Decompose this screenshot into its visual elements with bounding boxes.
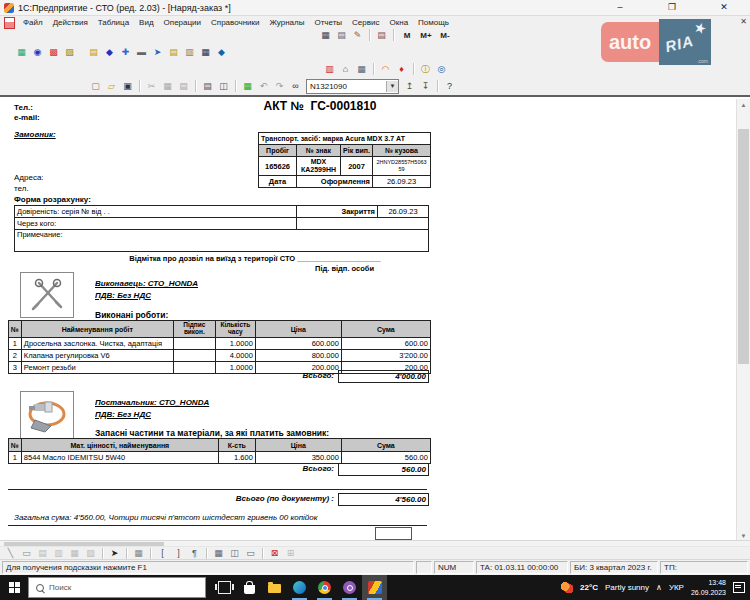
vehicle-issue-date[interactable]: 26.09.23 <box>373 176 431 188</box>
work-sign[interactable] <box>173 350 215 362</box>
edge-button[interactable] <box>287 575 312 600</box>
document-icon[interactable]: ▤ <box>166 46 181 59</box>
pin-icon[interactable]: ♦ <box>394 63 409 76</box>
document-number-combo[interactable]: N1321090 ▼ <box>306 79 399 94</box>
diamond-icon[interactable]: ◆ <box>102 46 117 59</box>
language-indicator[interactable]: УКР <box>669 583 684 592</box>
work-sum[interactable]: 3'200.00 <box>341 350 430 362</box>
store-button[interactable] <box>237 575 262 600</box>
paste-icon[interactable]: ▤ <box>176 80 191 93</box>
empty-cell[interactable] <box>297 218 429 230</box>
scroll-up-icon[interactable]: ▲ <box>737 99 750 111</box>
part-qty[interactable]: 1.600 <box>218 452 255 464</box>
table-mode-icon[interactable]: ▦ <box>240 80 255 93</box>
globe-icon[interactable]: ◉ <box>30 46 45 59</box>
viber-button[interactable] <box>337 575 362 600</box>
report-icon[interactable]: ▦ <box>14 46 29 59</box>
document-sheet[interactable]: Тел.: e-mail: АКТ № ГС-0001810 Замовник:… <box>0 97 733 542</box>
work-name[interactable]: Клапана регулировка V6 <box>21 350 173 362</box>
pen-icon[interactable]: ✎ <box>350 29 365 42</box>
task-view-button[interactable] <box>212 575 237 600</box>
folders-icon[interactable]: ▥ <box>182 46 197 59</box>
print-icon[interactable]: ▤ <box>200 80 215 93</box>
search-icon[interactable]: ◎ <box>434 63 449 76</box>
edit-table-icon[interactable]: ▨ <box>62 46 77 59</box>
part-price[interactable]: 350.000 <box>255 452 341 464</box>
through-label[interactable]: Через кого: <box>15 218 297 230</box>
footer-box[interactable] <box>375 527 412 540</box>
menu-item-file[interactable]: Файл <box>18 18 48 27</box>
find-icon[interactable]: ∞ <box>288 80 303 93</box>
menu-item-table[interactable]: Таблица <box>93 18 134 27</box>
work-sign[interactable] <box>173 338 215 350</box>
memory-plus-button[interactable]: М+ <box>417 29 435 42</box>
cut-icon[interactable]: ✂ <box>144 80 159 93</box>
menu-item-journals[interactable]: Журналы <box>264 18 309 27</box>
vehicle-mileage[interactable]: 165626 <box>259 157 297 176</box>
work-price[interactable]: 600.000 <box>255 338 341 350</box>
vehicle-plate[interactable]: MDX КА2599НН <box>297 157 341 176</box>
search-input[interactable]: Поиск <box>28 577 206 598</box>
work-sum[interactable]: 600.00 <box>341 338 430 350</box>
parts-total-value[interactable]: 560.00 <box>338 463 429 476</box>
temperature[interactable]: 22°C <box>580 583 598 592</box>
prev-number-icon[interactable]: ↧ <box>418 80 433 93</box>
weather-text[interactable]: Partly sunny <box>605 583 649 592</box>
chevron-down-icon[interactable]: ▼ <box>386 81 398 92</box>
works-total-value[interactable]: 4'000.00 <box>338 370 429 383</box>
calendar-icon[interactable]: ▤ <box>334 29 349 42</box>
book-icon[interactable]: ▤ <box>374 29 389 42</box>
notification-icon[interactable] <box>733 582 745 593</box>
onec-button[interactable] <box>362 575 387 600</box>
go-icon[interactable]: ➤ <box>150 46 165 59</box>
vertical-scrollbar[interactable]: ▲ ▼ <box>736 99 750 542</box>
chrome-button[interactable] <box>312 575 337 600</box>
menu-item-view[interactable]: Вид <box>134 18 158 27</box>
vehicle-body-number[interactable]: 2HNYD28557H506359 <box>373 157 431 176</box>
part-name[interactable]: 8544 Масло IDEMITSU 5W40 <box>21 452 218 464</box>
copy-icon[interactable]: ▦ <box>160 80 175 93</box>
work-name[interactable]: Дросельна заслонка. Чистка, адаптація <box>21 338 173 350</box>
chevron-up-icon[interactable]: ∧ <box>656 583 662 592</box>
monitor-icon[interactable]: ▥ <box>322 63 337 76</box>
calculator-icon[interactable]: ▦ <box>318 29 333 42</box>
minimize-button[interactable]: – <box>594 0 646 15</box>
save-icon[interactable]: ▣ <box>120 80 135 93</box>
work-qty[interactable]: 4.0000 <box>215 350 255 362</box>
work-num[interactable]: 2 <box>9 350 22 362</box>
grid-icon[interactable]: ▦ <box>354 63 369 76</box>
memory-button[interactable]: М <box>398 29 416 42</box>
scrollbar-thumb[interactable] <box>738 129 749 364</box>
work-qty[interactable]: 1.0000 <box>215 338 255 350</box>
restore-button[interactable]: ❐ <box>646 0 698 15</box>
new-document-icon[interactable]: ▢ <box>88 80 103 93</box>
nav-icon[interactable]: ◆ <box>214 46 229 59</box>
doc-total-value[interactable]: 4'560.00 <box>338 493 429 506</box>
menu-item-operations[interactable]: Операции <box>159 18 206 27</box>
closing-date[interactable]: 26.09.23 <box>378 206 429 218</box>
help-icon[interactable]: ? <box>442 80 457 93</box>
print-preview-icon[interactable]: ◫ <box>216 80 231 93</box>
clock[interactable]: 13:48 26.09.2023 <box>691 578 726 597</box>
menu-item-catalogs[interactable]: Справочники <box>206 18 264 27</box>
work-num[interactable]: 1 <box>9 338 22 350</box>
rainbow-icon[interactable]: ◠ <box>378 63 393 76</box>
minus-icon[interactable]: ▬ <box>134 46 149 59</box>
explorer-button[interactable] <box>262 575 287 600</box>
chart-icon[interactable]: ▩ <box>46 46 61 59</box>
add-icon[interactable]: ✚ <box>118 46 133 59</box>
work-price[interactable]: 800.000 <box>255 350 341 362</box>
menu-item-windows[interactable]: Окна <box>385 18 414 27</box>
part-num[interactable]: 1 <box>9 452 22 464</box>
guide-icon[interactable]: ⌂ <box>338 63 353 76</box>
undo-icon[interactable]: ↶ <box>256 80 271 93</box>
next-number-icon[interactable]: ↥ <box>402 80 417 93</box>
note-label[interactable]: Примечание: <box>15 230 429 252</box>
vehicle-year[interactable]: 2007 <box>341 157 373 176</box>
info-icon[interactable]: ⓘ <box>418 63 433 76</box>
redo-icon[interactable]: ↷ <box>272 80 287 93</box>
menu-item-service[interactable]: Сервис <box>347 18 384 27</box>
start-button[interactable] <box>0 575 28 600</box>
open-icon[interactable]: ▱ <box>104 80 119 93</box>
menu-item-help[interactable]: Помощь <box>413 18 454 27</box>
